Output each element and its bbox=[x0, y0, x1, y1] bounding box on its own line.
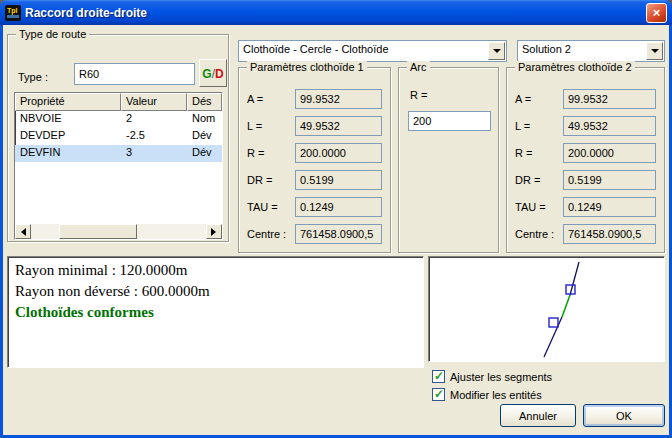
scroll-track[interactable] bbox=[31, 224, 206, 239]
checkbox-modifier-box[interactable] bbox=[432, 388, 445, 401]
table-header-propriete[interactable]: Propriété bbox=[15, 93, 121, 111]
gd-button[interactable]: G/D bbox=[199, 59, 227, 87]
checkbox-modifier-entites[interactable]: Modifier les entités bbox=[432, 388, 542, 401]
param-r2-value: 200.0000 bbox=[563, 143, 656, 163]
chevron-down-icon bbox=[493, 49, 501, 57]
table-header-valeur[interactable]: Valeur bbox=[121, 93, 187, 111]
group-arc: Arc R = bbox=[398, 67, 499, 253]
param-row-r1: R = 200.0000 bbox=[247, 143, 382, 163]
param-a2-value: 99.9532 bbox=[563, 89, 656, 109]
type-input[interactable] bbox=[74, 63, 195, 85]
app-icon: Tpl bbox=[5, 5, 21, 21]
properties-table: Propriété Valeur Dés NBVOIE 2 Nom DEVDEP… bbox=[14, 92, 223, 240]
svg-text:Tpl: Tpl bbox=[7, 7, 18, 15]
close-button[interactable]: × bbox=[646, 3, 667, 23]
solution-combobox-value: Solution 2 bbox=[518, 41, 645, 61]
table-row-nbvoie[interactable]: NBVOIE 2 Nom bbox=[15, 111, 222, 128]
result-rayon-minimal: Rayon minimal : 120.0000m bbox=[15, 260, 416, 281]
group-clothoide-1-legend: Paramètres clothoïde 1 bbox=[247, 61, 367, 73]
method-combobox[interactable]: Clothoïde - Cercle - Clothoïde bbox=[238, 40, 507, 62]
scroll-right-icon bbox=[211, 228, 220, 236]
scroll-left-icon bbox=[17, 228, 26, 236]
table-horizontal-scrollbar[interactable] bbox=[15, 224, 222, 239]
param-r1-value: 200.0000 bbox=[295, 143, 382, 163]
param-row-dr1: DR = 0.5199 bbox=[247, 170, 382, 190]
table-empty-area bbox=[15, 162, 222, 224]
param-centre1-value: 761458.0900,5 bbox=[295, 224, 382, 244]
group-arc-legend: Arc bbox=[407, 61, 430, 73]
param-row-tau1: TAU = 0.1249 bbox=[247, 197, 382, 217]
param-row-l1: L = 49.9532 bbox=[247, 116, 382, 136]
table-header-row: Propriété Valeur Dés bbox=[15, 93, 222, 111]
param-tau1-value: 0.1249 bbox=[295, 197, 382, 217]
group-type-de-route: Type de route Type : G/D Propriété Valeu… bbox=[7, 34, 229, 242]
param-a1-value: 99.9532 bbox=[295, 89, 382, 109]
group-clothoide-2-legend: Paramètres clothoïde 2 bbox=[515, 61, 635, 73]
table-row-devfin[interactable]: DEVFIN 3 Dév bbox=[15, 145, 222, 162]
result-rayon-non-deverse: Rayon non déversé : 600.0000m bbox=[15, 281, 416, 302]
group-clothoide-1: Paramètres clothoïde 1 A = 99.9532 L = 4… bbox=[238, 67, 391, 253]
scroll-thumb[interactable] bbox=[59, 224, 137, 239]
scroll-right-button[interactable] bbox=[206, 224, 222, 239]
type-label: Type : bbox=[18, 71, 48, 83]
checkbox-ajuster-segments[interactable]: Ajuster les segments bbox=[432, 370, 552, 383]
param-dr1-value: 0.5199 bbox=[295, 170, 382, 190]
close-icon: × bbox=[653, 6, 661, 19]
param-row-a1: A = 99.9532 bbox=[247, 89, 382, 109]
param-row-r2: R = 200.0000 bbox=[515, 143, 656, 163]
method-combobox-value: Clothoïde - Cercle - Clothoïde bbox=[239, 41, 487, 61]
scroll-left-button[interactable] bbox=[15, 224, 31, 239]
preview-panel bbox=[428, 256, 665, 362]
gd-icon: G bbox=[202, 67, 211, 81]
result-clothoides-conformes: Clothoïdes conformes bbox=[15, 302, 416, 323]
dialog-body: Type de route Type : G/D Propriété Valeu… bbox=[3, 25, 669, 435]
checkbox-ajuster-label: Ajuster les segments bbox=[450, 371, 552, 383]
chevron-down-icon bbox=[651, 49, 659, 57]
param-dr2-value: 0.5199 bbox=[563, 170, 656, 190]
param-row-centre2: Centre : 761458.0900,5 bbox=[515, 224, 656, 244]
checkbox-ajuster-box[interactable] bbox=[432, 370, 445, 383]
param-l2-value: 49.9532 bbox=[563, 116, 656, 136]
param-l1-value: 49.9532 bbox=[295, 116, 382, 136]
param-row-l2: L = 49.9532 bbox=[515, 116, 656, 136]
group-clothoide-2: Paramètres clothoïde 2 A = 99.9532 L = 4… bbox=[506, 67, 665, 253]
results-panel: Rayon minimal : 120.0000m Rayon non déve… bbox=[7, 256, 424, 368]
param-row-dr2: DR = 0.5199 bbox=[515, 170, 656, 190]
param-row-tau2: TAU = 0.1249 bbox=[515, 197, 656, 217]
param-row-centre1: Centre : 761458.0900,5 bbox=[247, 224, 382, 244]
param-row-a2: A = 99.9532 bbox=[515, 89, 656, 109]
titlebar[interactable]: Tpl Raccord droite-droite × bbox=[0, 0, 672, 25]
arc-r-label: R = bbox=[410, 89, 427, 101]
solution-combobox[interactable]: Solution 2 bbox=[517, 40, 665, 62]
preview-drawing bbox=[429, 257, 664, 361]
table-row-devdep[interactable]: DEVDEP -2.5 Dév bbox=[15, 128, 222, 145]
param-tau2-value: 0.1249 bbox=[563, 197, 656, 217]
dialog-raccord-droite-droite: Tpl Raccord droite-droite × Type de rout… bbox=[0, 0, 672, 438]
table-header-designation[interactable]: Dés bbox=[187, 93, 222, 111]
grip-square-bottom bbox=[549, 318, 558, 327]
checkbox-modifier-label: Modifier les entités bbox=[450, 389, 542, 401]
group-type-legend: Type de route bbox=[16, 28, 89, 40]
arc-r-input[interactable] bbox=[408, 111, 491, 131]
method-combobox-arrow[interactable] bbox=[488, 42, 505, 60]
window-title: Raccord droite-droite bbox=[25, 6, 147, 20]
param-centre2-value: 761458.0900,5 bbox=[563, 224, 656, 244]
ok-button[interactable]: OK bbox=[583, 404, 665, 427]
solution-combobox-arrow[interactable] bbox=[646, 42, 663, 60]
cancel-button[interactable]: Annuler bbox=[500, 404, 576, 427]
